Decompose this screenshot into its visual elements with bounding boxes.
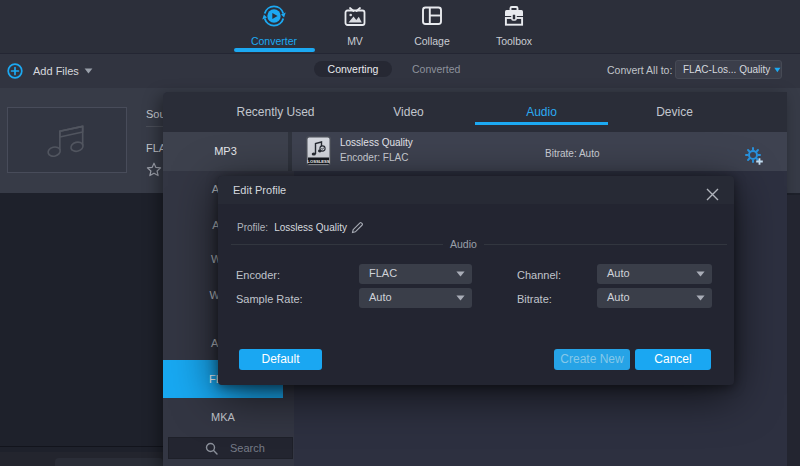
- svg-text:LOSSLESS: LOSSLESS: [307, 159, 330, 164]
